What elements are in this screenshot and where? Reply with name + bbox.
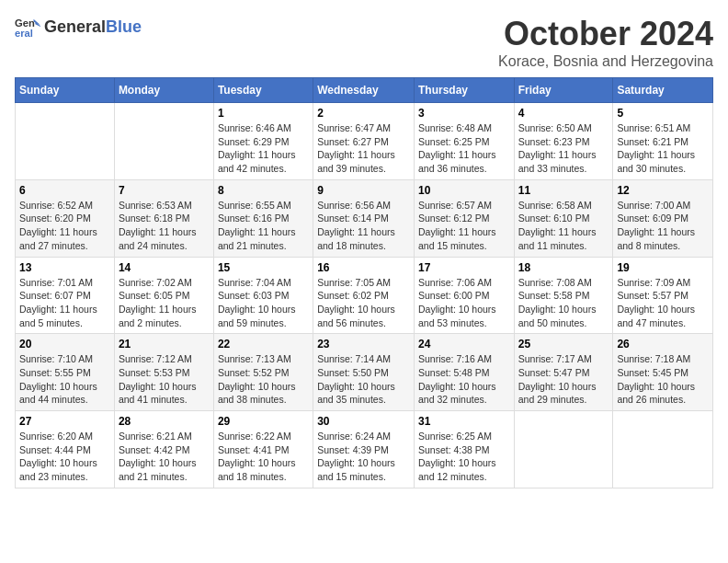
calendar-cell: 17Sunrise: 7:06 AM Sunset: 6:00 PM Dayli… — [414, 257, 514, 334]
calendar-week-row: 13Sunrise: 7:01 AM Sunset: 6:07 PM Dayli… — [16, 257, 713, 334]
weekday-header: Friday — [514, 78, 613, 103]
logo-line1: General — [44, 17, 106, 36]
day-info: Sunrise: 6:20 AM Sunset: 4:44 PM Dayligh… — [19, 430, 110, 484]
day-info: Sunrise: 7:06 AM Sunset: 6:00 PM Dayligh… — [418, 276, 510, 330]
calendar-cell: 25Sunrise: 7:17 AM Sunset: 5:47 PM Dayli… — [514, 334, 613, 411]
calendar-week-row: 20Sunrise: 7:10 AM Sunset: 5:55 PM Dayli… — [16, 334, 713, 411]
day-info: Sunrise: 6:47 AM Sunset: 6:27 PM Dayligh… — [317, 121, 410, 176]
day-info: Sunrise: 7:08 AM Sunset: 5:58 PM Dayligh… — [518, 276, 609, 330]
calendar-table: SundayMondayTuesdayWednesdayThursdayFrid… — [15, 77, 713, 488]
day-number: 4 — [518, 107, 609, 120]
calendar-cell: 20Sunrise: 7:10 AM Sunset: 5:55 PM Dayli… — [16, 334, 115, 411]
day-number: 24 — [418, 338, 510, 350]
day-info: Sunrise: 6:52 AM Sunset: 6:20 PM Dayligh… — [19, 199, 110, 253]
logo-icon: Gen eral — [15, 15, 40, 40]
weekday-header: Monday — [114, 78, 213, 103]
day-info: Sunrise: 6:50 AM Sunset: 6:23 PM Dayligh… — [518, 121, 609, 176]
day-info: Sunrise: 6:48 AM Sunset: 6:25 PM Dayligh… — [418, 121, 510, 176]
day-number: 25 — [518, 338, 609, 350]
calendar-cell: 28Sunrise: 6:21 AM Sunset: 4:42 PM Dayli… — [114, 411, 213, 488]
day-number: 2 — [317, 107, 410, 120]
day-number: 17 — [418, 261, 510, 274]
day-number: 30 — [317, 415, 410, 428]
calendar-cell: 30Sunrise: 6:24 AM Sunset: 4:39 PM Dayli… — [313, 411, 415, 488]
day-number: 23 — [317, 338, 410, 350]
day-info: Sunrise: 7:14 AM Sunset: 5:50 PM Dayligh… — [317, 352, 410, 407]
calendar-cell: 14Sunrise: 7:02 AM Sunset: 6:05 PM Dayli… — [114, 257, 213, 334]
day-info: Sunrise: 7:17 AM Sunset: 5:47 PM Dayligh… — [518, 352, 609, 407]
day-info: Sunrise: 6:21 AM Sunset: 4:42 PM Dayligh… — [119, 430, 210, 484]
day-number: 28 — [119, 415, 210, 428]
calendar-cell: 7Sunrise: 6:53 AM Sunset: 6:18 PM Daylig… — [114, 179, 213, 257]
day-info: Sunrise: 7:02 AM Sunset: 6:05 PM Dayligh… — [119, 276, 210, 330]
day-info: Sunrise: 6:24 AM Sunset: 4:39 PM Dayligh… — [317, 430, 410, 484]
calendar-cell: 12Sunrise: 7:00 AM Sunset: 6:09 PM Dayli… — [613, 179, 713, 257]
weekday-header: Wednesday — [313, 78, 415, 103]
weekday-header: Thursday — [414, 78, 514, 103]
calendar-cell: 3Sunrise: 6:48 AM Sunset: 6:25 PM Daylig… — [414, 103, 514, 180]
calendar-cell — [16, 103, 115, 180]
day-info: Sunrise: 7:00 AM Sunset: 6:09 PM Dayligh… — [617, 199, 709, 253]
calendar-cell: 19Sunrise: 7:09 AM Sunset: 5:57 PM Dayli… — [613, 257, 713, 334]
day-info: Sunrise: 7:09 AM Sunset: 5:57 PM Dayligh… — [617, 276, 709, 330]
calendar-cell — [514, 411, 613, 488]
day-info: Sunrise: 7:18 AM Sunset: 5:45 PM Dayligh… — [617, 352, 709, 407]
day-number: 15 — [218, 261, 309, 274]
calendar-cell: 9Sunrise: 6:56 AM Sunset: 6:14 PM Daylig… — [313, 179, 415, 257]
calendar-cell: 26Sunrise: 7:18 AM Sunset: 5:45 PM Dayli… — [613, 334, 713, 411]
calendar-cell: 24Sunrise: 7:16 AM Sunset: 5:48 PM Dayli… — [414, 334, 514, 411]
day-number: 8 — [218, 184, 309, 197]
calendar-cell: 1Sunrise: 6:46 AM Sunset: 6:29 PM Daylig… — [213, 103, 313, 180]
calendar-cell: 13Sunrise: 7:01 AM Sunset: 6:07 PM Dayli… — [16, 257, 115, 334]
calendar-cell: 22Sunrise: 7:13 AM Sunset: 5:52 PM Dayli… — [213, 334, 313, 411]
calendar-cell: 31Sunrise: 6:25 AM Sunset: 4:38 PM Dayli… — [414, 411, 514, 488]
day-number: 19 — [617, 261, 709, 274]
day-number: 3 — [418, 107, 510, 120]
weekday-header: Saturday — [613, 78, 713, 103]
calendar-week-row: 6Sunrise: 6:52 AM Sunset: 6:20 PM Daylig… — [16, 179, 713, 257]
day-number: 12 — [617, 184, 709, 197]
day-info: Sunrise: 6:53 AM Sunset: 6:18 PM Dayligh… — [119, 199, 210, 253]
day-number: 10 — [418, 184, 510, 197]
svg-text:eral: eral — [15, 28, 33, 39]
day-number: 26 — [617, 338, 709, 350]
calendar-cell: 6Sunrise: 6:52 AM Sunset: 6:20 PM Daylig… — [16, 179, 115, 257]
day-number: 11 — [518, 184, 609, 197]
day-info: Sunrise: 6:46 AM Sunset: 6:29 PM Dayligh… — [218, 121, 309, 176]
calendar-week-row: 27Sunrise: 6:20 AM Sunset: 4:44 PM Dayli… — [16, 411, 713, 488]
svg-text:Gen: Gen — [15, 17, 35, 29]
day-info: Sunrise: 6:58 AM Sunset: 6:10 PM Dayligh… — [518, 199, 609, 253]
day-info: Sunrise: 6:56 AM Sunset: 6:14 PM Dayligh… — [317, 199, 410, 253]
day-info: Sunrise: 6:51 AM Sunset: 6:21 PM Dayligh… — [617, 121, 709, 176]
calendar-cell: 10Sunrise: 6:57 AM Sunset: 6:12 PM Dayli… — [414, 179, 514, 257]
day-info: Sunrise: 6:22 AM Sunset: 4:41 PM Dayligh… — [218, 430, 309, 484]
day-info: Sunrise: 7:12 AM Sunset: 5:53 PM Dayligh… — [119, 352, 210, 407]
day-number: 16 — [317, 261, 410, 274]
day-info: Sunrise: 6:55 AM Sunset: 6:16 PM Dayligh… — [218, 199, 309, 253]
day-number: 18 — [518, 261, 609, 274]
day-info: Sunrise: 7:16 AM Sunset: 5:48 PM Dayligh… — [418, 352, 510, 407]
weekday-header: Tuesday — [213, 78, 313, 103]
calendar-cell: 16Sunrise: 7:05 AM Sunset: 6:02 PM Dayli… — [313, 257, 415, 334]
day-number: 21 — [119, 338, 210, 350]
title-block: October 2024 Korace, Bosnia and Herzegov… — [498, 15, 713, 70]
calendar-cell: 21Sunrise: 7:12 AM Sunset: 5:53 PM Dayli… — [114, 334, 213, 411]
calendar-cell: 27Sunrise: 6:20 AM Sunset: 4:44 PM Dayli… — [16, 411, 115, 488]
calendar-cell — [114, 103, 213, 180]
calendar-cell: 8Sunrise: 6:55 AM Sunset: 6:16 PM Daylig… — [213, 179, 313, 257]
calendar-cell: 23Sunrise: 7:14 AM Sunset: 5:50 PM Dayli… — [313, 334, 415, 411]
calendar-cell: 29Sunrise: 6:22 AM Sunset: 4:41 PM Dayli… — [213, 411, 313, 488]
calendar-cell: 11Sunrise: 6:58 AM Sunset: 6:10 PM Dayli… — [514, 179, 613, 257]
month-title: October 2024 — [498, 15, 713, 53]
location-title: Korace, Bosnia and Herzegovina — [498, 53, 713, 70]
day-info: Sunrise: 6:57 AM Sunset: 6:12 PM Dayligh… — [418, 199, 510, 253]
day-number: 31 — [418, 415, 510, 428]
day-info: Sunrise: 7:01 AM Sunset: 6:07 PM Dayligh… — [19, 276, 110, 330]
day-info: Sunrise: 6:25 AM Sunset: 4:38 PM Dayligh… — [418, 430, 510, 484]
weekday-header-row: SundayMondayTuesdayWednesdayThursdayFrid… — [16, 78, 713, 103]
logo-line2: Blue — [106, 17, 142, 36]
day-info: Sunrise: 7:10 AM Sunset: 5:55 PM Dayligh… — [19, 352, 110, 407]
day-number: 1 — [218, 107, 309, 120]
day-number: 7 — [119, 184, 210, 197]
day-number: 27 — [19, 415, 110, 428]
